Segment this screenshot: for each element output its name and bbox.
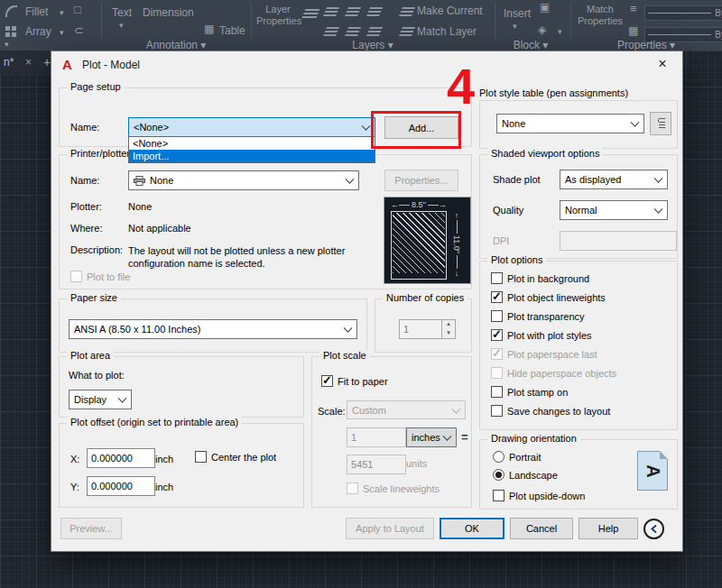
tab-close-icon[interactable]: × [25,56,32,69]
help-button[interactable]: Help [579,518,638,539]
ribbon-match-properties-button[interactable]: Match Properties [576,4,625,27]
combo-value: ANSI A (8.50 x 11.00 Inches) [74,324,200,335]
hatch-icon[interactable]: ▦ [628,24,638,37]
ribbon-layer-properties-button[interactable]: Layer Properties [256,4,300,27]
printer-name-combo[interactable]: None [128,170,359,190]
plot-upside-down-checkbox[interactable]: Plot upside-down [493,490,585,501]
chevron-down-icon[interactable]: ▾ [513,22,517,31]
layer-stack-icon[interactable] [301,9,320,20]
ok-button[interactable]: OK [440,518,504,539]
group-title: Plot scale [319,350,370,361]
lineweight-icon[interactable]: ≡ [630,2,637,15]
chevron-down-icon[interactable]: ▾ [60,8,64,17]
portrait-radio[interactable]: Portrait [493,451,541,463]
x-offset-input[interactable]: 0.000000 [87,448,155,468]
copies-value[interactable]: 1 [399,319,442,339]
table-icon[interactable]: ▦ [204,23,214,35]
layer-state-icon[interactable] [345,27,361,36]
scale-units-combo[interactable]: inches [406,427,457,447]
center-plot-checkbox[interactable]: Center the plot [195,451,276,463]
shade-plot-combo[interactable]: As displayed [560,170,668,189]
ribbon-dimension-button[interactable]: Dimension [143,6,194,19]
copies-spinner[interactable]: 1 ▲ ▼ [399,319,456,339]
spinner-arrows[interactable]: ▲ ▼ [442,319,456,339]
close-icon[interactable]: × [652,55,673,73]
box-icon[interactable]: □ [74,3,81,16]
plot-in-background-checkbox[interactable]: Plot in background [491,272,589,284]
attribute-icon[interactable]: ◈ [538,23,546,36]
hide-paperspace-objects-checkbox[interactable]: Hide paperspace objects [491,367,616,379]
dropdown-option-none[interactable]: <None> [129,137,375,150]
color-bylayer-dropdown[interactable]: By [644,5,722,21]
landscape-radio[interactable]: Landscape [493,469,558,481]
page-setup-name-combo[interactable]: <None> [128,117,375,137]
chevron-down-icon[interactable]: ▾ [119,21,124,30]
fewer-options-button[interactable] [643,519,664,539]
group-title: Plot offset (origin set to printable are… [67,417,242,427]
layer-state-icon[interactable] [323,7,339,16]
ribbon-make-current-button[interactable]: Make Current [417,5,483,17]
layer-state-icon[interactable] [323,27,339,36]
panel-separator [570,3,571,39]
match-layer-icon[interactable] [399,27,415,36]
panel-label-properties[interactable]: Properties ▾ [570,39,722,51]
printer-properties-button[interactable]: Properties... [384,170,458,191]
ribbon-table-button[interactable]: Table [219,24,245,37]
y-offset-input[interactable]: 0.000000 [87,476,155,496]
fit-to-paper-checkbox[interactable]: Fit to paper [321,375,388,387]
make-current-icon[interactable] [399,7,415,16]
paper-size-combo[interactable]: ANSI A (8.50 x 11.00 Inches) [69,319,357,339]
checkbox-label: Scale lineweights [363,483,440,494]
scale-lineweights-checkbox[interactable]: Scale lineweights [347,482,440,494]
plot-stamp-on-checkbox[interactable]: Plot stamp on [491,386,568,398]
scale-combo[interactable]: Custom [347,400,466,419]
drawing-tab[interactable]: n* [4,56,14,69]
drawing-units-input[interactable]: 5451 [347,455,406,474]
ribbon-match-layer-button[interactable]: Match Layer [417,25,477,38]
panel-label-annotation[interactable]: Annotation ▾ [101,39,251,51]
panel-expand-icon[interactable]: ▾ [5,40,9,49]
quality-combo[interactable]: Normal [560,200,668,220]
save-changes-to-layout-checkbox[interactable]: Save changes to layout [491,405,610,417]
dropdown-option-import[interactable]: Import... [129,150,375,162]
plot-transparency-checkbox[interactable]: Plot transparency [491,310,585,322]
plot-with-plot-styles-checkbox[interactable]: Plot with plot styles [491,329,592,341]
plotter-value: None [128,201,152,212]
cancel-button[interactable]: Cancel [510,518,573,539]
panel-label-layers[interactable]: Layers ▾ [251,39,495,51]
chevron-down-icon[interactable]: ▾ [558,27,562,36]
array-grid-icon[interactable] [5,26,10,31]
edit-plot-style-button[interactable] [650,112,671,135]
color-swatch-line [648,13,711,14]
dialog-titlebar[interactable]: A Plot - Model × [51,51,682,78]
plot-style-combo[interactable]: None [496,114,644,133]
apply-to-layout-button[interactable]: Apply to Layout [346,518,434,539]
dpi-input[interactable] [560,231,677,251]
clip-icon[interactable]: ⊂ [74,23,84,37]
radio-label: Portrait [509,452,541,463]
plot-object-lineweights-checkbox[interactable]: Plot object lineweights [491,291,606,303]
new-tab-button[interactable]: + [43,55,51,69]
ribbon-text-button[interactable]: Text [112,6,132,19]
paper-units-input[interactable]: 1 [347,427,406,447]
panel-label-block[interactable]: Block ▾ [495,39,567,51]
page-setup-name-label: Name: [70,122,99,133]
layer-state-icon[interactable] [345,7,361,16]
checkbox-box [491,291,503,303]
plot-to-file-checkbox[interactable]: Plot to file [70,271,130,282]
block-edit-icon[interactable]: ▣ [540,1,550,14]
chevron-down-icon [654,205,663,214]
ribbon-array-button[interactable]: Array [25,25,51,38]
plot-paperspace-last-checkbox[interactable]: Plot paperspace last [491,348,597,360]
ribbon-fillet-button[interactable]: Fillet [25,5,48,18]
checkbox-label: Plot with plot styles [507,330,592,341]
what-to-plot-combo[interactable]: Display [69,390,132,409]
spin-up-icon[interactable]: ▲ [442,320,455,329]
spin-down-icon[interactable]: ▼ [442,329,455,338]
layer-state-icon[interactable] [366,7,383,16]
ribbon-insert-button[interactable]: Insert [504,7,531,20]
chevron-down-icon[interactable]: ▾ [60,28,64,37]
layer-state-icon[interactable] [366,27,383,36]
autocad-logo-icon: A [62,57,72,72]
preview-button[interactable]: Preview... [60,518,122,539]
